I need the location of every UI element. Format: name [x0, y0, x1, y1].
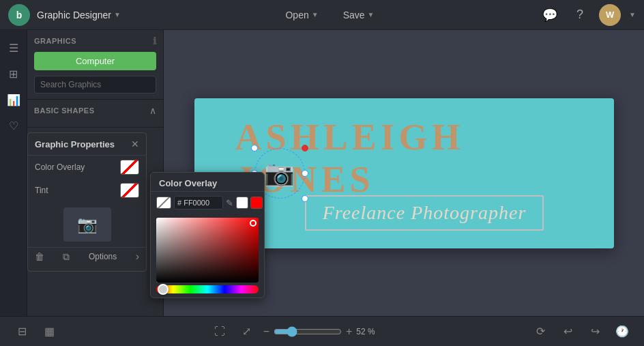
color-overlay-row: Color Overlay	[28, 156, 146, 179]
robot-icon: 📷	[264, 159, 295, 188]
zoom-level: 52 %	[356, 327, 381, 336]
canvas-subtitle: Freelance Photographer	[323, 202, 527, 224]
computer-button[interactable]: Computer	[34, 52, 156, 70]
color-picker-gradient	[156, 218, 259, 283]
co-slash-swatch[interactable]	[156, 197, 171, 209]
picker-cursor	[250, 220, 257, 227]
color-overlay-controls: ✎	[151, 196, 264, 214]
color-overlay-swatch[interactable]	[120, 160, 139, 175]
help-button[interactable]: ?	[569, 4, 591, 26]
bottom-left: ⊟ ▦	[11, 321, 60, 343]
graphic-properties-close-btn[interactable]: ✕	[131, 139, 139, 149]
tint-swatch[interactable]	[120, 183, 139, 198]
header-left: b Graphic Designer ▼	[8, 4, 121, 26]
basic-shapes-collapse-btn[interactable]: ∧	[149, 105, 156, 116]
color-overlay-label: Color Overlay	[35, 162, 85, 172]
header-right: 💬 ? W ▼	[539, 4, 636, 26]
handle-br[interactable]	[302, 195, 308, 202]
copy-button[interactable]: ⧉	[63, 251, 70, 263]
graphics-header: GRAPHICS ℹ	[34, 35, 156, 46]
graphics-section: GRAPHICS ℹ Computer	[27, 30, 163, 100]
main: ☰ ⊞ 📊 ♡ GRAPHICS ℹ Computer BASIC SHAPES…	[0, 30, 644, 316]
swatch-red[interactable]	[250, 197, 263, 209]
graphic-properties-title: Graphic Properties	[35, 139, 115, 149]
expand-btn[interactable]: ⤢	[236, 321, 258, 343]
app-title[interactable]: Graphic Designer ▼	[37, 10, 121, 20]
color-overlay-popup: Color Overlay ✎	[150, 172, 265, 298]
app-logo[interactable]: b	[8, 4, 30, 26]
redo-btn[interactable]: ↪	[584, 321, 606, 343]
grid-bottom-btn[interactable]: ▦	[38, 321, 60, 343]
bottom-right: ⟳ ↩ ↪ 🕐	[529, 321, 633, 343]
chart-icon-btn[interactable]: 📊	[3, 89, 25, 111]
avatar[interactable]: W	[599, 4, 621, 26]
handle-tl[interactable]	[251, 145, 258, 152]
swatch-slash-pattern	[121, 160, 138, 174]
gradient-dark	[156, 218, 259, 283]
open-button[interactable]: Open ▼	[276, 5, 327, 25]
hue-slider[interactable]	[156, 285, 259, 293]
basic-shapes-header: BASIC SHAPES ∧	[34, 105, 156, 116]
avatar-chevron-icon: ▼	[629, 11, 636, 18]
open-chevron-icon: ▼	[312, 11, 319, 18]
handle-tr[interactable]	[302, 145, 308, 152]
canvas-subtitle-wrap: Freelance Photographer	[305, 195, 544, 231]
eyedropper-button[interactable]: ✎	[226, 198, 233, 208]
color-picker-area[interactable]	[156, 218, 259, 283]
panel: GRAPHICS ℹ Computer BASIC SHAPES ∧ Graph…	[27, 30, 164, 316]
options-arrow-icon: ›	[136, 250, 139, 263]
options-row: 🗑 ⧉ Options ›	[28, 247, 146, 265]
delete-button[interactable]: 🗑	[35, 251, 44, 262]
tint-label: Tint	[35, 186, 48, 195]
graphic-properties-header: Graphic Properties ✕	[28, 133, 146, 156]
chat-button[interactable]: 💬	[539, 4, 561, 26]
history-btn[interactable]: 🕐	[611, 321, 633, 343]
zoom-in-btn[interactable]: +	[346, 326, 352, 338]
info-icon: ℹ	[153, 35, 157, 46]
title-chevron-icon: ▼	[114, 11, 121, 18]
sidebar-icons: ☰ ⊞ 📊 ♡	[0, 30, 27, 316]
grid-icon-btn[interactable]: ⊞	[3, 63, 25, 85]
handle-mr[interactable]	[302, 170, 308, 177]
options-label: Options	[89, 252, 117, 261]
header-center: Open ▼ Save ▼	[276, 5, 383, 25]
save-chevron-icon: ▼	[368, 11, 375, 18]
hue-slider-thumb	[158, 284, 169, 295]
search-input[interactable]	[34, 76, 156, 93]
graphic-thumbnail: 📷	[63, 207, 111, 242]
header: b Graphic Designer ▼ Open ▼ Save ▼ 💬 ? W…	[0, 0, 644, 30]
graphic-properties-panel: Graphic Properties ✕ Color Overlay Tint …	[27, 132, 147, 272]
tint-swatch-slash-pattern	[121, 184, 138, 197]
bottom-center: ⛶ ⤢ − + 52 %	[209, 321, 381, 343]
layers-icon-btn[interactable]: ☰	[3, 37, 25, 59]
undo-btn[interactable]: ↩	[557, 321, 579, 343]
color-overlay-popup-header: Color Overlay	[151, 173, 264, 192]
zoom-slider[interactable]	[274, 326, 342, 337]
zoom-out-btn[interactable]: −	[263, 326, 269, 338]
swatch-white[interactable]	[236, 197, 248, 209]
tint-row: Tint	[28, 179, 146, 202]
heart-icon-btn[interactable]: ♡	[3, 115, 25, 136]
bottom-bar: ⊟ ▦ ⛶ ⤢ − + 52 % ⟳ ↩ ↪ 🕐	[0, 316, 644, 346]
save-button[interactable]: Save ▼	[334, 5, 384, 25]
zoom-controls: − + 52 %	[263, 326, 381, 338]
basic-shapes-section: BASIC SHAPES ∧	[27, 100, 163, 128]
layers-bottom-btn[interactable]: ⊟	[11, 321, 33, 343]
refresh-btn[interactable]: ⟳	[529, 321, 551, 343]
fit-width-btn[interactable]: ⛶	[209, 321, 231, 343]
hex-input[interactable]	[174, 196, 223, 210]
